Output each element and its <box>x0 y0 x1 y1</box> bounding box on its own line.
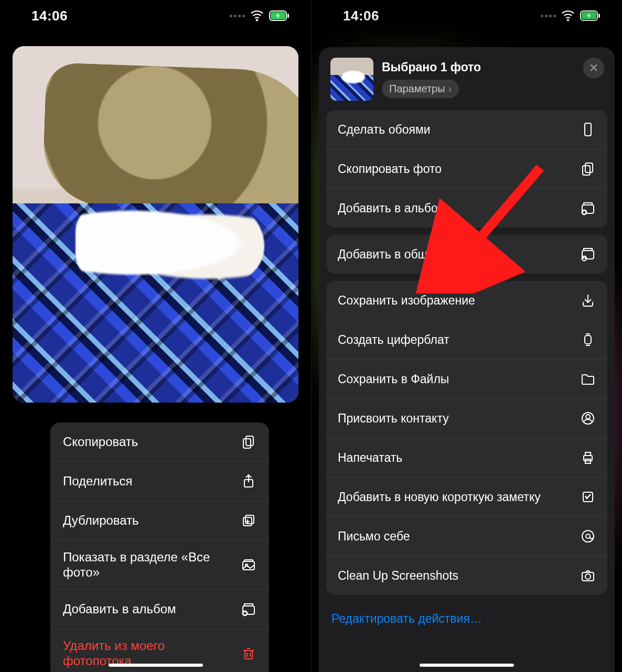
action-label: Сохранить в Файлы <box>338 372 580 386</box>
cellular-dots-icon <box>541 15 556 17</box>
svg-rect-46 <box>598 14 600 18</box>
menu-item-add-to-album[interactable]: Добавить в альбом <box>50 589 269 628</box>
duplicate-icon <box>241 513 256 528</box>
menu-item-share[interactable]: Поделиться <box>50 461 269 501</box>
action-label: Напечатать <box>338 451 580 465</box>
action-label: Сделать обоями <box>338 123 580 137</box>
chevron-right-icon: › <box>448 83 452 95</box>
context-menu: Скопировать Поделиться Дублировать Показ… <box>50 422 269 672</box>
battery-charging-icon <box>580 10 601 21</box>
share-sheet-header: Выбрано 1 фото Параметры › ✕ <box>326 55 607 110</box>
status-bar: 14:06 <box>312 0 622 31</box>
action-add-to-quick-note[interactable]: Добавить в новую короткую заметку <box>326 477 607 516</box>
action-group-1: Сделать обоями Скопировать фото Добавить… <box>326 110 607 227</box>
left-screenshot: 14:06 Скопировать Поделиться Дублировать <box>0 0 311 672</box>
wifi-icon <box>250 9 264 23</box>
shared-album-icon <box>580 246 596 262</box>
menu-item-label: Дублировать <box>63 513 241 528</box>
cellular-dots-icon <box>230 15 245 17</box>
action-save-to-files[interactable]: Сохранить в Файлы <box>326 359 607 398</box>
folder-icon <box>580 371 596 387</box>
action-add-to-shared-album[interactable]: Добавить в общий альбом <box>326 235 607 274</box>
wifi-icon <box>561 9 575 23</box>
action-label: Добавить в общий альбом <box>338 247 580 262</box>
edit-actions-link[interactable]: Редактировать действия… <box>326 602 607 637</box>
menu-item-label: Скопировать <box>63 435 241 449</box>
close-icon: ✕ <box>589 61 598 75</box>
battery-charging-icon <box>269 10 290 21</box>
watch-icon <box>580 332 596 348</box>
action-label: Добавить в новую короткую заметку <box>338 490 580 504</box>
download-icon <box>580 292 596 308</box>
action-assign-to-contact[interactable]: Присвоить контакту <box>326 398 607 438</box>
menu-item-label: Поделиться <box>63 474 241 489</box>
home-indicator[interactable] <box>420 664 514 667</box>
photo-thumbnail[interactable] <box>330 58 373 101</box>
home-indicator[interactable] <box>109 664 203 667</box>
action-copy-photo[interactable]: Скопировать фото <box>326 149 607 188</box>
parameters-button[interactable]: Параметры › <box>382 80 459 98</box>
copy-icon <box>580 161 596 177</box>
at-icon <box>580 528 596 544</box>
svg-rect-43 <box>287 14 289 18</box>
action-label: Скопировать фото <box>338 162 580 176</box>
action-label: Clean Up Screenshots <box>338 569 580 583</box>
menu-item-label: Добавить в альбом <box>63 602 241 616</box>
close-button[interactable]: ✕ <box>583 58 604 79</box>
action-mail-to-self[interactable]: Письмо себе <box>326 516 607 556</box>
action-create-watchface[interactable]: Создать циферблат <box>326 320 607 359</box>
action-print[interactable]: Напечатать <box>326 438 607 477</box>
phone-icon <box>580 122 596 137</box>
trash-icon <box>241 646 256 662</box>
photo-preview[interactable] <box>13 46 298 403</box>
print-icon <box>580 450 596 465</box>
share-sheet: Выбрано 1 фото Параметры › ✕ Сделать обо… <box>319 47 615 672</box>
right-screenshot: 14:06 Выбрано 1 фото Параметры › ✕ <box>311 0 622 672</box>
action-label: Присвоить контакту <box>338 411 580 426</box>
menu-item-show-all-photos[interactable]: Показать в разделе «Все фото» <box>50 540 269 590</box>
album-add-icon <box>241 601 256 617</box>
menu-item-copy[interactable]: Скопировать <box>50 422 269 461</box>
status-time: 14:06 <box>31 8 68 24</box>
person-icon <box>580 410 596 426</box>
status-time: 14:06 <box>343 8 379 24</box>
action-set-wallpaper[interactable]: Сделать обоями <box>326 110 607 149</box>
menu-item-duplicate[interactable]: Дублировать <box>50 501 269 540</box>
share-icon <box>241 473 256 489</box>
menu-item-label: Показать в разделе «Все фото» <box>63 550 241 580</box>
action-group-2: Добавить в общий альбом <box>326 235 607 274</box>
album-add-icon <box>580 200 596 216</box>
camera-icon <box>580 568 596 583</box>
action-label: Добавить в альбом <box>338 201 580 215</box>
action-add-to-album[interactable]: Добавить в альбом <box>326 188 607 227</box>
share-sheet-title: Выбрано 1 фото <box>382 60 481 74</box>
action-group-3: Сохранить изображение Создать циферблат … <box>326 281 607 595</box>
gallery-icon <box>241 557 256 573</box>
action-label: Создать циферблат <box>338 333 580 347</box>
parameters-label: Параметры <box>389 83 445 95</box>
action-label: Письмо себе <box>338 529 580 544</box>
action-save-image[interactable]: Сохранить изображение <box>326 281 607 320</box>
status-bar: 14:06 <box>0 0 311 31</box>
note-icon <box>580 489 596 505</box>
action-label: Сохранить изображение <box>338 294 580 308</box>
copy-icon <box>241 434 256 450</box>
action-clean-up-screenshots[interactable]: Clean Up Screenshots <box>326 556 607 595</box>
